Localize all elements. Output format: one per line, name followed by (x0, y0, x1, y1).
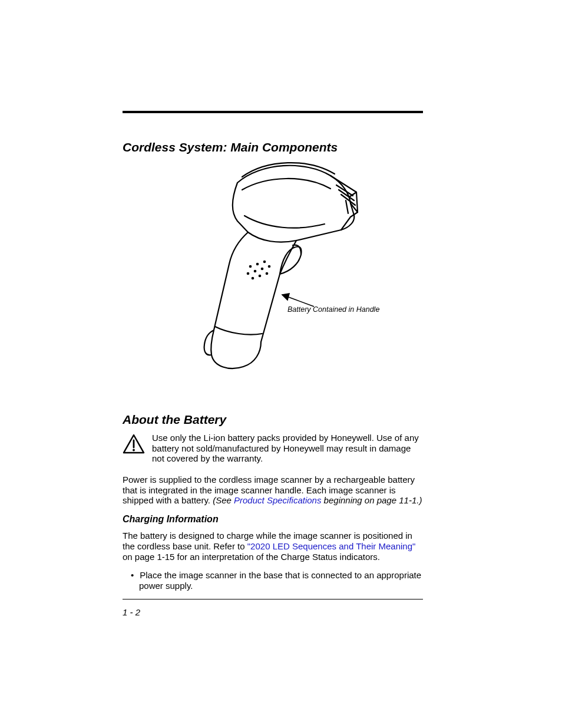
heading-about-battery: About the Battery (123, 413, 423, 427)
subheading-charging-info: Charging Information (123, 514, 423, 525)
scanner-illustration (173, 159, 373, 377)
svg-point-14 (133, 449, 135, 452)
heading-cordless-system: Cordless System: Main Components (123, 140, 423, 154)
svg-point-3 (247, 272, 250, 275)
svg-point-1 (256, 263, 259, 266)
bullet-item-1: Place the image scanner in the base that… (124, 570, 423, 591)
link-product-specifications[interactable]: Product Specifications (234, 495, 321, 505)
svg-point-9 (266, 272, 269, 275)
svg-point-7 (252, 277, 254, 280)
svg-point-0 (249, 265, 252, 268)
svg-point-2 (263, 261, 266, 263)
svg-point-4 (254, 270, 257, 273)
figure-scanner: Battery Contained in Handle (123, 159, 423, 377)
text-power-see-open: (See (213, 495, 234, 505)
text-power-see-close: beginning on page 11-1.) (321, 495, 422, 505)
page-number: 1 - 2 (123, 607, 140, 617)
warning-block: Use only the Li-ion battery packs provid… (123, 433, 423, 464)
top-horizontal-rule (123, 111, 423, 113)
bullet-list: Place the image scanner in the base that… (123, 570, 423, 591)
svg-point-5 (261, 268, 264, 271)
svg-point-8 (259, 275, 262, 278)
link-led-sequences[interactable]: "2020 LED Sequences and Their Meaning" (247, 541, 416, 551)
warning-text: Use only the Li-ion battery packs provid… (152, 433, 423, 464)
warning-icon (123, 434, 145, 454)
svg-marker-11 (282, 294, 289, 300)
text-charge-b: on page 1-15 for an interpretation of th… (123, 552, 380, 562)
footer-rule (123, 599, 423, 599)
paragraph-power: Power is supplied to the cordless image … (123, 475, 423, 506)
svg-point-6 (268, 265, 271, 268)
paragraph-charging: The battery is designed to charge while … (123, 531, 423, 562)
figure-callout-label: Battery Contained in Handle (287, 305, 379, 314)
